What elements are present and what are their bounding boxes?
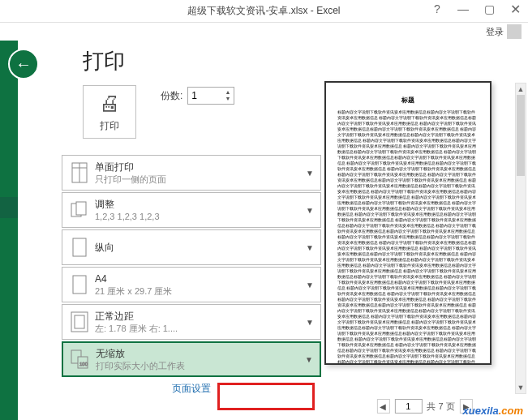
print-button-label: 打印 [100,119,119,133]
sidebar-active-item [0,197,18,218]
svg-rect-4 [76,202,86,215]
chevron-down-icon: ▼ [303,206,317,215]
svg-text:100: 100 [79,362,88,366]
page-total-label: 共 7 页 [427,401,454,413]
setting-collation[interactable]: 调整 1,2,3 1,2,3 1,2,3 ▼ [62,192,321,228]
back-arrow-icon: ← [15,55,32,74]
copies-value: 1 [191,90,197,101]
setting-sub: 只打印一侧的页面 [95,174,303,185]
close-button[interactable]: ✕ [502,0,528,18]
setting-scaling[interactable]: 100 无缩放 打印实际大小的工作表 ▼ [62,341,321,377]
setting-title: 纵向 [95,241,303,254]
window-title: 超级下载软文资讯-安卓.xlsx - Excel [187,4,340,18]
chevron-down-icon: ▼ [302,355,316,364]
annotation-highlight [217,383,315,410]
no-scaling-icon: 100 [68,345,92,373]
help-button[interactable]: ? [424,0,450,18]
back-button[interactable]: ← [8,49,39,79]
chevron-down-icon: ▼ [303,318,317,327]
scroll-down[interactable]: ▼ [516,382,526,393]
setting-sub: 21 厘米 x 29.7 厘米 [95,285,303,297]
setting-title: 无缩放 [96,347,302,360]
copies-up[interactable]: ▲ [225,89,230,96]
copies-label: 份数: [161,89,182,103]
print-preview: 标题 标题内容文字说明下载软件资讯安卓应用数据信息标题内容文字说明下载软件资讯安… [324,81,492,365]
svg-rect-6 [73,276,86,294]
maximize-button[interactable]: ▢ [476,0,502,18]
print-button[interactable]: 🖨 打印 [83,85,136,139]
setting-title: 正常边距 [95,310,303,323]
prev-page-button[interactable]: ◀ [376,399,389,414]
setting-title: 单面打印 [95,161,303,174]
setting-title: 调整 [95,198,303,211]
setting-sub: 打印实际大小的工作表 [96,360,302,371]
setting-duplex[interactable]: 单面打印 只打印一侧的页面 ▼ [62,155,321,191]
copies-down[interactable]: ▼ [225,96,230,102]
watermark: xuexila.com [463,405,523,417]
collate-icon [67,196,92,224]
setting-paper-size[interactable]: A4 21 厘米 x 29.7 厘米 ▼ [62,267,321,302]
preview-body: 标题内容文字说明下载软件资讯安卓应用数据信息标题内容文字说明下载软件资讯安卓应用… [337,109,479,365]
vertical-scrollbar[interactable]: ▲ ▼ [515,83,526,394]
scroll-thumb[interactable] [517,95,525,176]
printer-icon: 🖨 [99,91,120,116]
copies-input[interactable]: 1 ▲ ▼ [187,87,234,105]
page-icon [67,271,92,298]
backstage-sidebar: ← [0,41,18,420]
setting-sub: 1,2,3 1,2,3 1,2,3 [95,211,303,222]
avatar[interactable] [507,24,522,39]
scroll-up[interactable]: ▲ [516,84,526,95]
chevron-down-icon: ▼ [303,281,317,289]
minimize-button[interactable]: — [450,0,476,18]
preview-heading: 标题 [337,96,479,105]
portrait-icon [67,234,92,261]
setting-sub: 左: 1.78 厘米 右: 1.... [95,323,303,334]
page-number-input[interactable] [394,399,422,414]
login-link[interactable]: 登录 [486,26,504,38]
svg-rect-8 [75,315,84,328]
page-title: 打印 [83,47,321,75]
chevron-down-icon: ▼ [303,243,317,252]
setting-margins[interactable]: 正常边距 左: 1.78 厘米 右: 1.... ▼ [62,304,321,340]
chevron-down-icon: ▼ [303,169,317,178]
page-single-icon [67,159,92,186]
svg-rect-5 [73,238,86,256]
setting-title: A4 [95,272,303,285]
margins-icon [67,308,92,336]
setting-orientation[interactable]: 纵向 ▼ [62,229,321,265]
